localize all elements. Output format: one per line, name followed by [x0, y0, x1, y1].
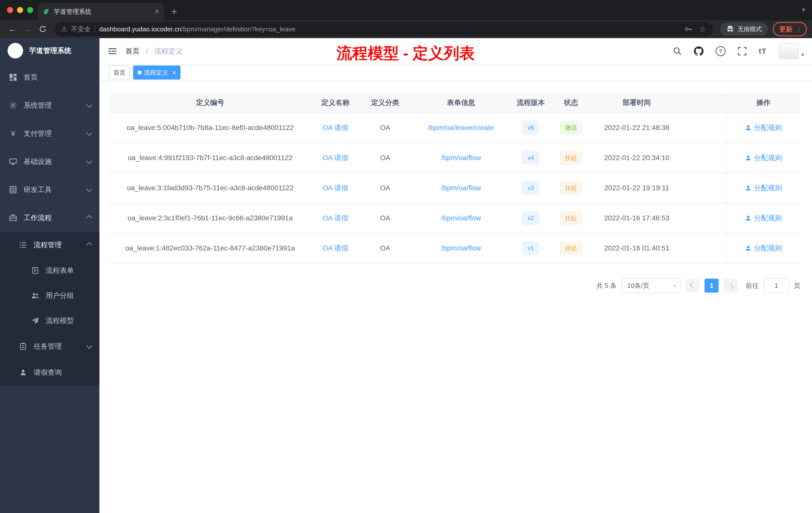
chevron-up-icon — [86, 215, 92, 221]
version-badge: v4 — [522, 151, 539, 164]
font-size-icon[interactable]: tT — [759, 47, 767, 56]
cell-gutter — [682, 173, 726, 203]
definition-name-link[interactable]: OA 请假 — [323, 124, 348, 131]
assign-rule-link[interactable]: 分配规则 — [745, 153, 782, 163]
chevron-down-icon — [86, 186, 92, 192]
sidebar-item-home[interactable]: 首页 — [0, 63, 99, 91]
tags-view: 首页 流程定义 × — [99, 64, 812, 81]
cell-category: OA — [359, 113, 411, 143]
goto-label: 前往 — [746, 281, 759, 290]
password-key-icon[interactable] — [684, 25, 692, 34]
omnibox-right-icons: ☆ — [684, 25, 706, 34]
tab-close-icon[interactable]: × — [155, 8, 159, 15]
prev-page-button[interactable] — [686, 279, 699, 293]
breadcrumb-home[interactable]: 首页 — [125, 47, 140, 55]
navbar-icons: ? tT ▾ — [673, 43, 804, 59]
sidebar-item-process-form[interactable]: 流程表单 — [0, 258, 99, 283]
tab-search-caret-icon[interactable]: ▾ — [802, 6, 805, 13]
back-button[interactable]: ← — [5, 25, 20, 33]
browser-toolbar: ← → ⚠ 不安全 dashboard.yudao.iocoder.cn/bpm… — [0, 20, 812, 38]
col-header-deploy-time: 部署时间 — [591, 93, 682, 113]
definition-name-link[interactable]: OA 请假 — [323, 244, 348, 252]
form-link[interactable]: /bpm/oa/leave/create — [428, 124, 494, 131]
sidebar-item-user-group[interactable]: 用户分组 — [0, 283, 99, 308]
annotation-title: 流程模型 - 定义列表 — [337, 43, 475, 64]
paper-plane-icon — [31, 317, 39, 325]
goto-page-input[interactable] — [764, 278, 789, 293]
tag-process-definition[interactable]: 流程定义 × — [133, 65, 180, 80]
tag-home[interactable]: 首页 — [109, 65, 130, 80]
tag-label: 流程定义 — [144, 68, 168, 77]
current-page-button[interactable]: 1 — [704, 279, 719, 293]
tag-close-icon[interactable]: × — [172, 69, 176, 76]
sidebar-item-label: 工作流程 — [24, 213, 52, 222]
new-tab-button[interactable]: + — [171, 6, 177, 17]
sidebar-item-infrastructure[interactable]: 基础设施 — [0, 148, 99, 176]
monitor-icon — [9, 158, 17, 165]
form-link[interactable]: /bpm/oa/flow — [441, 154, 481, 162]
sidebar-item-process-management[interactable]: 流程管理 — [0, 232, 99, 258]
browser-update-button[interactable]: 更新 ⋮ — [773, 22, 807, 36]
bookmark-star-icon[interactable]: ☆ — [699, 25, 706, 34]
reload-button[interactable] — [35, 25, 50, 33]
assign-rule-link[interactable]: 分配规则 — [745, 183, 782, 193]
sidebar-item-process-model[interactable]: 流程模型 — [0, 308, 99, 333]
col-header-form: 表单信息 — [411, 93, 511, 113]
col-header-gutter — [682, 93, 726, 113]
avatar[interactable] — [779, 43, 799, 59]
collapse-sidebar-button[interactable] — [108, 46, 117, 56]
table-header-row: 定义编号 定义名称 定义分类 表单信息 流程版本 状态 部署时间 操作 — [109, 93, 801, 113]
definition-name-link[interactable]: OA 请假 — [323, 184, 348, 192]
version-badge: v5 — [522, 121, 539, 134]
window-minimize-button[interactable] — [17, 7, 23, 13]
assign-rule-link[interactable]: 分配规则 — [745, 213, 782, 223]
cell-category: OA — [359, 203, 411, 233]
help-icon[interactable]: ? — [716, 46, 726, 56]
window-zoom-button[interactable] — [27, 7, 33, 13]
cabinet-icon — [9, 186, 17, 194]
form-link[interactable]: /bpm/oa/flow — [441, 184, 481, 192]
assign-rule-link[interactable]: 分配规则 — [745, 243, 782, 253]
browser-menu-icon[interactable]: ⋮ — [796, 25, 803, 33]
sidebar-item-system[interactable]: 系统管理 — [0, 91, 99, 119]
user-menu[interactable]: ▾ — [779, 43, 804, 59]
sidebar-submenu: 流程管理 流程表单 用户分组 流程模型 任务管理 — [0, 232, 99, 386]
definition-table: 定义编号 定义名称 定义分类 表单信息 流程版本 状态 部署时间 操作 — [109, 93, 801, 264]
col-header-id: 定义编号 — [109, 93, 311, 113]
update-label: 更新 — [779, 25, 792, 34]
status-badge: 挂起 — [560, 151, 582, 164]
assign-rule-label: 分配规则 — [754, 153, 782, 163]
definition-name-link[interactable]: OA 请假 — [323, 154, 348, 162]
logo-avatar — [7, 43, 23, 58]
sidebar-item-label: 基础设施 — [24, 157, 52, 167]
cell-deploy-time: 2022-01-16 17:46:53 — [591, 203, 682, 233]
url-text[interactable]: dashboard.yudao.iocoder.cn/bpm/manager/d… — [99, 25, 295, 33]
col-header-status: 状态 — [550, 93, 591, 113]
sidebar-item-workflow[interactable]: 工作流程 — [0, 204, 99, 232]
next-page-button[interactable] — [724, 279, 738, 293]
form-link[interactable]: /bpm/oa/flow — [441, 214, 481, 222]
assign-rule-link[interactable]: 分配规则 — [745, 123, 782, 132]
page-size-select[interactable]: 10条/页 ▾ — [622, 278, 680, 293]
sidebar-item-task-management[interactable]: 任务管理 — [0, 333, 99, 359]
github-icon[interactable] — [694, 47, 703, 56]
window-close-button[interactable] — [7, 7, 13, 13]
sidebar-logo[interactable]: 芋道管理系统 — [0, 38, 99, 63]
url-bar[interactable]: ⚠ 不安全 dashboard.yudao.iocoder.cn/bpm/man… — [54, 22, 713, 36]
breadcrumb-separator: / — [146, 47, 148, 55]
security-label[interactable]: 不安全 — [71, 25, 91, 34]
search-icon[interactable] — [673, 47, 682, 56]
screen: 芋道管理系统 × + ▾ ← → ⚠ 不安全 dashboard.yudao.i… — [0, 0, 812, 513]
sidebar-item-label: 任务管理 — [34, 341, 62, 351]
fullscreen-icon[interactable] — [738, 47, 747, 56]
definition-name-link[interactable]: OA 请假 — [323, 214, 348, 222]
table-row: oa_leave:3:1fad3d93-7b75-11ec-a3c8-acde4… — [109, 173, 801, 203]
form-link[interactable]: /bpm/oa/flow — [441, 244, 481, 252]
forward-button[interactable]: → — [20, 25, 35, 33]
tab-favicon-leaf-icon — [43, 8, 50, 15]
assign-rule-label: 分配规则 — [754, 213, 782, 223]
sidebar-item-devtools[interactable]: 研发工具 — [0, 176, 99, 204]
browser-tab-active[interactable]: 芋道管理系统 × — [38, 3, 164, 20]
sidebar-item-leave-query[interactable]: 请假查询 — [0, 359, 99, 386]
sidebar-item-payment[interactable]: ¥ 支付管理 — [0, 119, 99, 148]
